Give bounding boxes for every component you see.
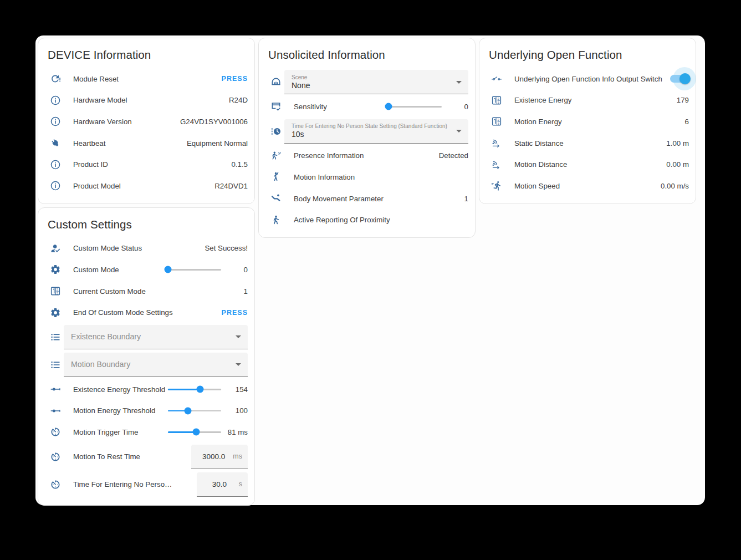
no-person-time-input[interactable]: 30.0 s <box>197 472 248 497</box>
product-model-value: R24DVD1 <box>214 182 248 190</box>
scene-select[interactable]: Scene None <box>284 70 468 94</box>
row-scene: Scene None <box>259 68 475 96</box>
hardware-version-value: G24VD1SYV001006 <box>180 118 248 126</box>
scene-select-label: Scene <box>292 74 452 81</box>
no-person-time-unit: s <box>239 480 242 488</box>
slider-fill <box>168 389 200 390</box>
row-no-person-time: Time For Entering No Perso… 30.0 s <box>38 471 254 498</box>
custom-settings-card: Custom Settings Custom Mode Status Set S… <box>38 207 255 506</box>
product-model-label: Product Model <box>73 182 214 190</box>
screen: DEVICE Information Module Reset PRESS Ha… <box>0 0 741 560</box>
dome-icon <box>270 77 282 88</box>
scene-select-value: None <box>292 81 452 90</box>
hardware-version-label: Hardware Version <box>73 118 180 126</box>
numeric-box-icon <box>491 95 502 106</box>
running-person-icon <box>491 180 502 191</box>
row-motion-trigger-time: Motion Trigger Time 81 ms <box>38 421 254 443</box>
dropdown-caret-icon <box>456 81 462 84</box>
info-icon <box>50 180 61 191</box>
no-person-time-value: 30.0 <box>202 480 237 488</box>
motion-to-rest-time-label: Motion To Rest Time <box>73 452 191 461</box>
slider-icon <box>50 384 61 395</box>
static-distance-label: Static Distance <box>514 139 666 147</box>
row-static-distance: Static Distance 1.00 m <box>479 133 696 154</box>
body-movement-label: Body Movement Parameter <box>294 195 464 203</box>
no-person-state-select-value: 10s <box>292 130 452 139</box>
module-reset-press-button[interactable]: PRESS <box>222 75 248 83</box>
sensitivity-label: Sensitivity <box>294 103 389 111</box>
dropdown-caret-icon <box>236 335 241 338</box>
no-person-time-label: Time For Entering No Perso… <box>73 480 197 488</box>
row-body-movement: Body Movement Parameter 1 <box>259 188 475 210</box>
motion-speed-value: 0.00 m/s <box>661 182 689 190</box>
slider-thumb[interactable] <box>165 266 172 273</box>
custom-settings-title: Custom Settings <box>48 217 254 232</box>
motion-energy-value: 6 <box>685 118 689 126</box>
row-sensitivity: Sensitivity 0 <box>259 96 475 118</box>
output-switch-toggle[interactable] <box>670 73 689 84</box>
slider-fill <box>168 431 196 433</box>
custom-mode-slider[interactable] <box>168 265 221 274</box>
product-id-value: 0.1.5 <box>231 160 248 169</box>
existence-energy-threshold-value: 154 <box>221 385 248 394</box>
product-id-label: Product ID <box>73 160 231 169</box>
switch-icon <box>491 73 502 84</box>
row-existence-energy-threshold: Existence Energy Threshold 154 <box>38 379 254 400</box>
slider-thumb[interactable] <box>185 407 192 414</box>
motion-boundary-label: Motion Boundary <box>71 360 231 369</box>
person-check-icon <box>50 243 61 254</box>
slider-thumb[interactable] <box>192 429 200 436</box>
row-heartbeat: Heartbeat Equipment Normal <box>38 133 254 154</box>
rule-check-icon <box>270 101 282 112</box>
end-of-custom-mode-label: End Of Custom Mode Settings <box>73 308 222 317</box>
motion-distance-label: Motion Distance <box>514 160 666 169</box>
slider-thumb[interactable] <box>385 103 392 110</box>
static-distance-value: 1.00 m <box>666 139 689 147</box>
custom-mode-value: 0 <box>221 266 248 274</box>
underlying-open-function-card: Underlying Open Function Underlying Open… <box>479 38 696 204</box>
row-output-switch: Underlying Open Function Info Output Swi… <box>479 68 696 90</box>
presence-information-value: Detected <box>439 151 468 160</box>
dropdown-caret-icon <box>236 363 241 366</box>
row-end-of-custom-mode: End Of Custom Mode Settings PRESS <box>38 302 254 323</box>
list-icon <box>50 332 61 343</box>
row-module-reset: Module Reset PRESS <box>38 68 254 90</box>
active-reporting-proximity-label: Active Reporting Of Proximity <box>294 216 468 224</box>
row-product-model: Product Model R24DVD1 <box>38 175 254 197</box>
existence-boundary-select[interactable]: Existence Boundary <box>64 325 248 349</box>
info-icon <box>50 159 61 170</box>
existence-energy-threshold-slider[interactable] <box>168 385 221 394</box>
plug-icon <box>50 138 61 149</box>
row-motion-energy: Motion Energy 6 <box>479 111 696 133</box>
slider-thumb[interactable] <box>196 386 203 393</box>
signal-arrow-icon <box>491 138 502 149</box>
motion-trigger-time-slider[interactable] <box>168 427 221 436</box>
output-switch-label: Underlying Open Function Info Output Swi… <box>514 75 663 83</box>
hardware-model-value: R24D <box>229 96 248 104</box>
row-motion-boundary: Motion Boundary <box>38 351 254 379</box>
existence-boundary-label: Existence Boundary <box>71 332 231 341</box>
no-person-state-select[interactable]: Time For Entering No Person State Settin… <box>284 119 468 144</box>
end-of-custom-mode-press-button[interactable]: PRESS <box>222 309 248 317</box>
motion-trigger-time-label: Motion Trigger Time <box>73 428 168 436</box>
row-custom-mode: Custom Mode 0 <box>38 259 254 281</box>
numeric-box-icon <box>50 286 61 297</box>
motion-to-rest-time-input[interactable]: 3000.0 ms <box>191 445 248 469</box>
row-custom-mode-status: Custom Mode Status Set Success! <box>38 238 254 259</box>
timer-icon <box>50 451 61 462</box>
gear-icon <box>50 307 61 318</box>
numeric-box-icon <box>491 116 502 127</box>
device-info-card: DEVICE Information Module Reset PRESS Ha… <box>38 38 255 204</box>
motion-boundary-select[interactable]: Motion Boundary <box>64 353 248 377</box>
row-motion-distance: Motion Distance 0.00 m <box>479 154 696 175</box>
presence-icon <box>270 150 282 161</box>
walking-person-icon <box>270 215 282 226</box>
current-custom-mode-label: Current Custom Mode <box>73 287 244 296</box>
motion-to-rest-time-unit: ms <box>233 452 242 460</box>
sensitivity-slider[interactable] <box>389 102 442 111</box>
motion-energy-threshold-slider[interactable] <box>168 406 221 415</box>
device-info-title: DEVICE Information <box>48 47 254 63</box>
row-no-person-state-select: Time For Entering No Person State Settin… <box>259 118 475 145</box>
column-3: Underlying Open Function Underlying Open… <box>479 38 696 204</box>
existence-energy-label: Existence Energy <box>514 96 677 104</box>
